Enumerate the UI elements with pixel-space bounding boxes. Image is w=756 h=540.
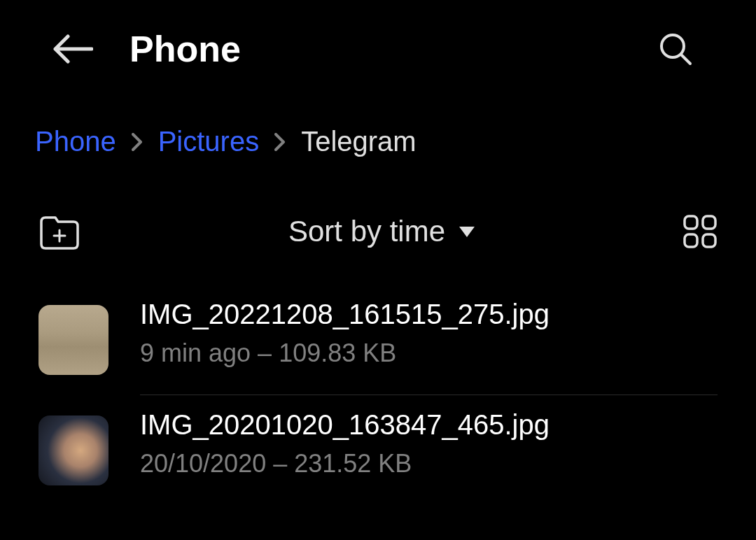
- search-icon: [659, 32, 692, 66]
- back-arrow-icon: [52, 34, 93, 64]
- svg-line-1: [681, 55, 690, 64]
- chevron-down-icon: [459, 227, 475, 237]
- toolbar: Sort by time: [0, 185, 756, 285]
- back-button[interactable]: [52, 31, 94, 66]
- new-folder-button[interactable]: [38, 213, 80, 250]
- svg-rect-6: [685, 234, 697, 247]
- breadcrumb-item-phone[interactable]: Phone: [35, 126, 116, 157]
- file-info: IMG_20201020_163847_465.jpg 20/10/2020 –…: [140, 409, 718, 491]
- sort-button[interactable]: Sort by time: [288, 215, 475, 248]
- new-folder-icon: [38, 213, 80, 250]
- svg-rect-4: [685, 216, 697, 229]
- file-meta: 9 min ago – 109.83 KB: [140, 339, 718, 368]
- file-name: IMG_20201020_163847_465.jpg: [140, 409, 718, 441]
- svg-rect-5: [703, 216, 715, 229]
- file-item[interactable]: IMG_20221208_161515_275.jpg 9 min ago – …: [38, 285, 718, 395]
- header: Phone: [0, 0, 756, 91]
- file-list: IMG_20221208_161515_275.jpg 9 min ago – …: [0, 285, 756, 505]
- breadcrumb-item-current: Telegram: [301, 126, 416, 157]
- file-info: IMG_20221208_161515_275.jpg 9 min ago – …: [140, 299, 718, 381]
- breadcrumb-item-pictures[interactable]: Pictures: [158, 126, 260, 157]
- page-title: Phone: [130, 28, 241, 70]
- svg-rect-7: [703, 234, 715, 247]
- chevron-right-icon: [132, 133, 143, 151]
- grid-view-icon: [682, 214, 718, 249]
- view-toggle-button[interactable]: [682, 214, 718, 249]
- sort-label: Sort by time: [288, 215, 445, 248]
- breadcrumb: Phone Pictures Telegram: [0, 91, 756, 185]
- file-name: IMG_20221208_161515_275.jpg: [140, 299, 718, 330]
- search-button[interactable]: [658, 31, 693, 66]
- file-item[interactable]: IMG_20201020_163847_465.jpg 20/10/2020 –…: [38, 395, 718, 505]
- chevron-right-icon: [274, 133, 286, 151]
- file-thumbnail: [38, 415, 108, 485]
- file-thumbnail: [38, 305, 108, 375]
- file-meta: 20/10/2020 – 231.52 KB: [140, 449, 718, 478]
